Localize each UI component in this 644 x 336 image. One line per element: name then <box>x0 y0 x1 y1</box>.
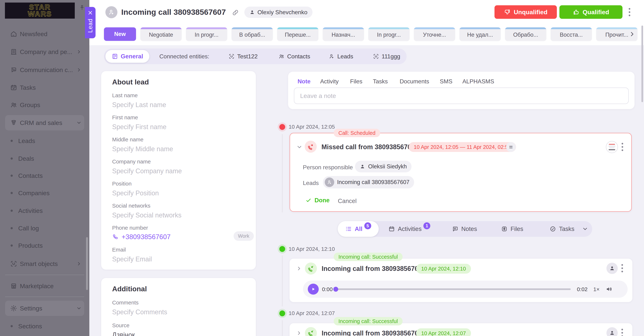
entity-contacts[interactable]: Contacts <box>278 49 310 64</box>
stage-chip[interactable]: Не удал... <box>460 27 501 41</box>
avatar[interactable] <box>606 327 618 336</box>
calendar-check-icon <box>10 84 17 91</box>
filter-all[interactable]: All 5 <box>338 221 379 237</box>
entity-leads[interactable]: Leads <box>328 49 353 64</box>
field-company-name[interactable]: Company name Specify Company name <box>112 159 182 175</box>
tab-tasks[interactable]: Tasks <box>373 78 388 85</box>
stage-chip[interactable]: В обраб... <box>232 27 273 41</box>
field-position[interactable]: Position Specify Position <box>112 181 159 197</box>
tab-documents[interactable]: Documents <box>400 78 429 85</box>
entity-111ggg[interactable]: 111ggg <box>373 49 400 64</box>
audio-progress-knob[interactable] <box>333 287 338 292</box>
lead-reference-chip[interactable]: Incoming call 380938567607 <box>323 176 414 188</box>
pin-sidebar-icon[interactable] <box>79 4 85 11</box>
stage-chip[interactable]: Назнач... <box>323 27 364 41</box>
collapse-chevron-icon[interactable] <box>296 144 302 150</box>
unqualified-button[interactable]: Unqualified <box>494 5 557 19</box>
sidebar-item-sections[interactable]: Sections <box>0 321 89 332</box>
filter-notes[interactable]: Notes <box>452 221 477 237</box>
field-phone-number: Phone number +380938567607 Work <box>112 225 171 241</box>
tab-files[interactable]: Files <box>350 78 362 85</box>
sidebar-item-communication[interactable]: Communication c... <box>0 63 89 76</box>
chat-call-icon <box>10 66 17 74</box>
tab-sms[interactable]: SMS <box>440 78 452 85</box>
sidebar-item-tasks[interactable]: Tasks <box>0 81 89 94</box>
entity-test122[interactable]: Test122 <box>228 49 258 64</box>
phone-number-link[interactable]: +380938567607 <box>112 233 171 241</box>
expand-chevron-icon[interactable] <box>296 266 302 271</box>
sidebar-scrollbar[interactable] <box>86 237 88 290</box>
sidebar-item-company-and-people[interactable]: Company and pe... <box>0 45 89 58</box>
sidebar-item-crm-and-sales[interactable]: CRM and sales <box>0 116 89 129</box>
stage-chip[interactable]: In progr... <box>368 27 410 41</box>
field-first-name[interactable]: First name Specify First name <box>112 114 166 131</box>
bullet-icon <box>10 175 13 177</box>
tab-note[interactable]: Note <box>298 78 310 85</box>
sidebar-item-leads[interactable]: Leads <box>0 135 89 146</box>
sidebar-item-newsfeed[interactable]: Newsfeed <box>0 27 89 41</box>
lead-panel-tab[interactable]: Lead <box>85 7 96 38</box>
field-comments[interactable]: Comments Specify Comments <box>112 299 167 316</box>
filter-files[interactable]: Files <box>501 221 523 237</box>
sidebar-item-groups[interactable]: Groups <box>0 98 89 111</box>
sidebar-item-settings[interactable]: Settings <box>0 302 89 315</box>
stages-scroll-right-icon[interactable] <box>629 31 636 38</box>
stage-chip[interactable]: Переше... <box>277 27 318 41</box>
sidebar-item-products[interactable]: Products <box>0 240 89 251</box>
field-email[interactable]: Email Specify Email <box>112 247 152 263</box>
stage-chip[interactable]: Negotiate <box>140 27 182 41</box>
note-input[interactable]: Leave a note <box>294 88 629 104</box>
incoming-call-icon <box>305 262 317 274</box>
call-card-kebab-icon[interactable] <box>622 264 623 272</box>
tab-general[interactable]: General <box>106 50 149 63</box>
bullet-icon <box>10 140 13 142</box>
stage-chip-new[interactable]: New <box>104 27 136 41</box>
call-card-kebab-icon[interactable] <box>622 143 623 151</box>
sidebar-item-call-log[interactable]: Call log <box>0 223 89 234</box>
stage-chip[interactable]: In progr... <box>186 27 227 41</box>
call-card-kebab-icon[interactable] <box>622 329 623 336</box>
audio-progress-track[interactable] <box>334 288 571 290</box>
sidebar-item-companies[interactable]: Companies <box>0 188 89 198</box>
tab-activity[interactable]: Activity <box>320 78 338 85</box>
speaker-icon[interactable] <box>605 285 613 293</box>
sidebar-item-deals[interactable]: Deals <box>0 153 89 164</box>
field-social-networks[interactable]: Social networks Specify Social networks <box>112 203 182 219</box>
copy-link-icon[interactable] <box>232 9 239 17</box>
play-button[interactable] <box>308 284 319 294</box>
avatar[interactable] <box>606 263 618 274</box>
tab-alphasms[interactable]: ALPHASMS <box>462 78 494 85</box>
expand-chevron-icon[interactable] <box>296 330 302 336</box>
stage-chip[interactable]: Восста... <box>551 27 592 41</box>
close-icon[interactable] <box>87 10 93 16</box>
filter-expand-chevron-icon[interactable] <box>582 221 588 237</box>
chevron-right-icon <box>76 49 82 55</box>
qualified-button[interactable]: Qualified <box>560 5 622 19</box>
attachment-thumbnail[interactable] <box>606 141 618 153</box>
owner-chip[interactable]: Olexiy Shevchenko <box>244 7 312 18</box>
priority-icon[interactable]: = <box>506 142 516 152</box>
done-button[interactable]: Done <box>306 197 330 204</box>
sidebar-item-activities[interactable]: Activities <box>0 205 89 216</box>
filter-tasks[interactable]: Tasks <box>550 221 574 237</box>
connected-entities-label: Connected entities: <box>159 49 209 64</box>
call-status-badge: Incoming call: Successful <box>334 253 402 261</box>
phone-icon <box>112 234 119 240</box>
sidebar-item-contacts[interactable]: Contacts <box>0 170 89 181</box>
sidebar-item-smart-objects[interactable]: Smart objects <box>0 257 89 270</box>
field-source[interactable]: Source Дзвінок <box>112 322 135 336</box>
person-responsible-chip[interactable]: Oleksii Siedykh <box>355 161 412 172</box>
page-scrollbar[interactable] <box>642 26 643 102</box>
cancel-button[interactable]: Cancel <box>338 198 357 204</box>
stage-chip[interactable]: Уточне... <box>414 27 455 41</box>
audio-player: 0:00 0:02 1× <box>303 280 628 298</box>
timeline-date: 10 Apr 2024, 12:05 <box>289 124 335 130</box>
audio-rate[interactable]: 1× <box>593 286 600 292</box>
more-actions-kebab-icon[interactable] <box>629 8 630 16</box>
call-title: Incoming call from 380938567607 <box>322 265 426 272</box>
stage-chip[interactable]: Обрабо... <box>505 27 546 41</box>
filter-activities[interactable]: Activities 1 <box>388 221 430 237</box>
field-last-name[interactable]: Last name Specify Last name <box>112 92 166 109</box>
field-middle-name[interactable]: Middle name Specify Middle name <box>112 136 173 153</box>
sidebar-item-marketplace[interactable]: Marketplace <box>0 279 89 292</box>
